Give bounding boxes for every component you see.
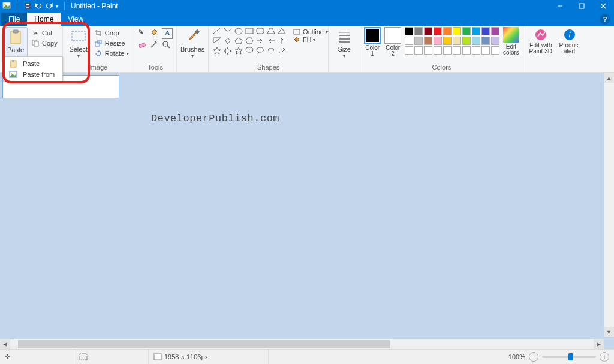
color-swatch[interactable]	[405, 37, 413, 45]
color-swatch[interactable]	[453, 27, 461, 35]
color-swatch[interactable]	[424, 46, 432, 55]
svg-marker-24	[267, 28, 275, 34]
horizontal-scrollbar[interactable]: ◀ ▶	[0, 339, 604, 349]
tab-file[interactable]: File	[1, 13, 27, 26]
magnifier-tool[interactable]	[162, 40, 173, 51]
scroll-down-icon[interactable]: ▼	[604, 327, 614, 337]
paste-dropdown-menu: Paste Paste from	[3, 56, 63, 82]
window-title: Untitled - Paint	[71, 2, 118, 10]
close-button[interactable]	[592, 0, 614, 12]
color-swatch[interactable]	[443, 46, 452, 55]
redo-icon[interactable]	[45, 2, 53, 10]
color-swatch[interactable]	[424, 27, 432, 35]
size-icon	[336, 28, 353, 45]
color-swatch[interactable]	[481, 27, 490, 35]
ribbon: Paste▾ ✂Cut Copy Clipboard Select▾ Crop …	[0, 26, 614, 73]
fill-tool[interactable]	[150, 28, 161, 39]
tab-view[interactable]: View	[61, 13, 91, 26]
group-size: Size▾ .	[329, 26, 360, 72]
color-swatch[interactable]	[491, 37, 499, 45]
help-button[interactable]: ?	[600, 14, 610, 25]
shapes-gallery[interactable]	[212, 27, 287, 55]
tab-home[interactable]: Home	[27, 13, 61, 26]
color-swatch[interactable]	[462, 37, 471, 45]
save-icon[interactable]	[23, 2, 32, 10]
pencil-tool[interactable]: ✎	[138, 28, 149, 39]
fill-button[interactable]: Fill ▾	[293, 36, 328, 43]
color-swatch[interactable]	[434, 46, 442, 55]
paint3d-button[interactable]: Edit with Paint 3D	[527, 28, 555, 55]
select-button[interactable]: Select▾	[67, 27, 91, 59]
group-label-tools: Tools	[138, 63, 173, 72]
menu-item-paste-from[interactable]: Paste from	[4, 69, 62, 80]
group-image: Select▾ Crop Resize Rotate ▾ Image	[63, 26, 134, 72]
scroll-thumb[interactable]	[18, 340, 390, 348]
text-tool[interactable]: A	[162, 28, 173, 39]
picker-tool[interactable]	[150, 40, 161, 51]
menu-item-paste[interactable]: Paste	[4, 58, 62, 69]
color-swatch[interactable]	[453, 37, 461, 45]
color1-button[interactable]: Color 1	[364, 27, 381, 57]
eraser-tool[interactable]	[138, 40, 149, 51]
color-swatch[interactable]	[462, 27, 471, 35]
color-swatch[interactable]	[414, 37, 423, 45]
color-swatch[interactable]	[434, 37, 442, 45]
color-palette[interactable]	[405, 27, 499, 55]
svg-rect-6	[579, 4, 584, 8]
svg-rect-40	[503, 27, 519, 43]
svg-rect-45	[12, 60, 14, 62]
color-swatch[interactable]	[405, 46, 413, 55]
crop-button[interactable]: Crop	[93, 28, 130, 38]
brush-icon	[184, 28, 201, 45]
rotate-button[interactable]: Rotate ▾	[93, 49, 130, 58]
cursor-icon: ✛	[5, 353, 10, 361]
color-swatch[interactable]	[462, 46, 471, 55]
scroll-left-icon[interactable]: ◀	[0, 339, 10, 349]
maximize-button[interactable]	[571, 0, 592, 12]
size-button[interactable]: Size▾	[332, 27, 356, 59]
vertical-scrollbar[interactable]: ▲ ▼	[604, 73, 614, 337]
scroll-right-icon[interactable]: ▶	[594, 339, 604, 349]
watermark-text: DeveloperPublish.com	[151, 113, 279, 124]
svg-marker-31	[224, 47, 231, 55]
paste-button[interactable]: Paste▾	[4, 27, 28, 61]
cut-button[interactable]: ✂Cut	[30, 28, 59, 38]
scroll-up-icon[interactable]: ▲	[604, 73, 614, 83]
color-swatch[interactable]	[491, 27, 499, 35]
group-tools: ✎ A Tools	[134, 26, 177, 72]
color-swatch[interactable]	[472, 37, 480, 45]
color-swatch[interactable]	[472, 27, 480, 35]
zoom-out-button[interactable]: −	[529, 352, 538, 362]
group-label-colors: Colors	[364, 63, 519, 72]
color-swatch[interactable]	[424, 37, 432, 45]
color-swatch[interactable]	[453, 46, 461, 55]
color-swatch[interactable]	[481, 37, 490, 45]
color-swatch[interactable]	[414, 27, 423, 35]
undo-icon[interactable]	[34, 2, 43, 10]
color-swatch[interactable]	[443, 37, 452, 45]
outline-button[interactable]: Outline ▾	[293, 28, 328, 35]
info-icon: i	[563, 28, 576, 41]
color-swatch[interactable]	[481, 46, 490, 55]
resize-button[interactable]: Resize	[93, 38, 130, 48]
svg-line-18	[167, 46, 170, 48]
copy-button[interactable]: Copy	[30, 38, 59, 48]
color-swatch[interactable]	[405, 27, 413, 35]
color-swatch[interactable]	[491, 46, 499, 55]
product-alert-button[interactable]: i Product alert	[556, 28, 583, 55]
svg-rect-23	[257, 28, 264, 34]
brushes-button[interactable]: Brushes▾	[180, 27, 204, 59]
color-swatch[interactable]	[472, 46, 480, 55]
zoom-slider[interactable]	[542, 356, 596, 358]
group-label-shapes: Shapes	[212, 63, 324, 72]
svg-line-20	[213, 28, 220, 34]
color-swatch[interactable]	[434, 27, 442, 35]
zoom-in-button[interactable]: +	[600, 352, 609, 362]
color-swatch[interactable]	[414, 46, 423, 55]
edit-colors-button[interactable]: Edit colors	[503, 27, 519, 56]
title-bar: ▾ Untitled - Paint	[0, 0, 614, 12]
color2-button[interactable]: Color 2	[384, 27, 401, 57]
status-canvas-size: 1958 × 1106px	[149, 350, 269, 364]
color-swatch[interactable]	[443, 27, 452, 35]
minimize-button[interactable]	[549, 0, 571, 12]
